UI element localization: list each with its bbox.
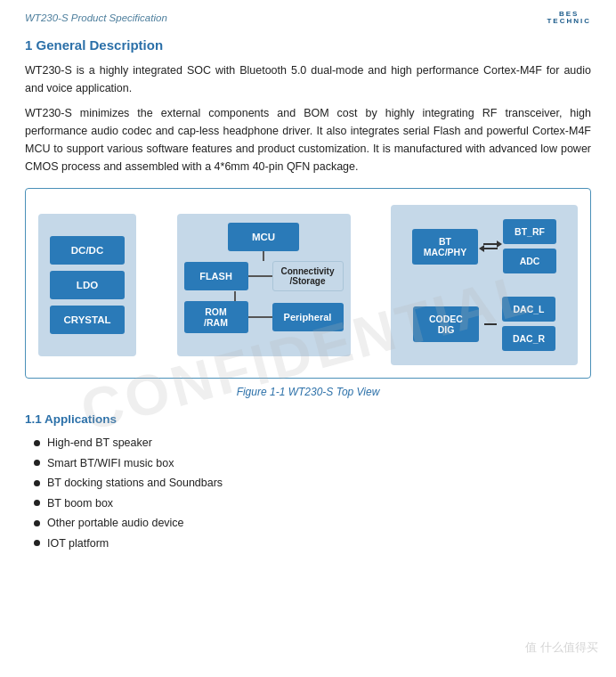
header: WT230-S Product Specification BES TECHNI… [25,11,591,25]
box-dac-l: DAC_L [502,297,555,322]
header-logo: BES TECHNIC [547,11,591,25]
box-bt-rf: BT_RF [503,219,556,244]
box-codec-dig: CODEC DIG [413,306,479,342]
header-title: WT230-S Product Specification [25,12,167,23]
applications-list: High-end BT speaker Smart BT/WIFI music … [25,433,591,553]
bullet-icon [34,540,40,546]
diag-right: BT MAC/PHY [391,205,578,365]
app-item-4: Other portable audio device [47,513,184,534]
list-item: BT docking stations and Soundbars [34,473,591,493]
list-item: Other portable audio device [34,513,591,534]
list-item: High-end BT speaker [34,433,591,453]
figure-caption: Figure 1-1 WT230-S Top View [25,386,591,398]
watermark-cn: 值 什么值得买 [525,640,598,656]
list-item: Smart BT/WIFI music box [34,453,591,474]
section1-para2: WT230-S minimizes the external component… [25,104,591,175]
section11-heading: 1.1 Applications [25,412,591,426]
box-dac-r: DAC_R [502,326,555,351]
app-item-5: IOT platform [47,534,109,554]
box-adc: ADC [503,249,556,273]
box-bt-macphy: BT MAC/PHY [412,229,478,265]
box-mcu: MCU [228,223,299,251]
section1-heading: 1 General Description [25,37,591,53]
box-flash: FLASH [184,262,248,290]
diag-left: DC/DC LDO CRYSTAL [38,214,136,356]
app-item-2: BT docking stations and Soundbars [47,473,223,493]
page: CONFIDENTIAL 值 什么值得买 WT230-S Product Spe… [0,0,616,677]
app-item-1: Smart BT/WIFI music box [47,453,174,474]
box-dcdc: DC/DC [50,236,125,265]
bullet-icon [34,460,40,466]
diag-right-top: BT MAC/PHY [396,212,572,281]
section1-para1: WT230-S is a highly integrated SOC with … [25,61,591,97]
diag-right-bottom: CODEC DIG DAC_L DAC_R [396,290,572,358]
box-connectivity: Connectivity/Storage [272,261,344,291]
box-peripheral: Peripheral [272,303,344,331]
diagram-container: DC/DC LDO CRYSTAL MCU FLASH [25,188,591,379]
box-ldo: LDO [50,271,125,299]
app-item-3: BT boom box [47,493,113,514]
bullet-icon [34,520,40,526]
app-item-0: High-end BT speaker [47,433,152,453]
diag-mid: MCU FLASH Connectivity/Storage ROM /RAM [177,214,351,356]
box-crystal: CRYSTAL [50,306,125,334]
bullet-icon [34,480,40,486]
bullet-icon [34,440,40,446]
list-item: BT boom box [34,493,591,514]
diagram-inner: DC/DC LDO CRYSTAL MCU FLASH [38,205,578,365]
list-item: IOT platform [34,534,591,554]
bullet-icon [34,500,40,506]
box-romram: ROM /RAM [184,301,248,333]
